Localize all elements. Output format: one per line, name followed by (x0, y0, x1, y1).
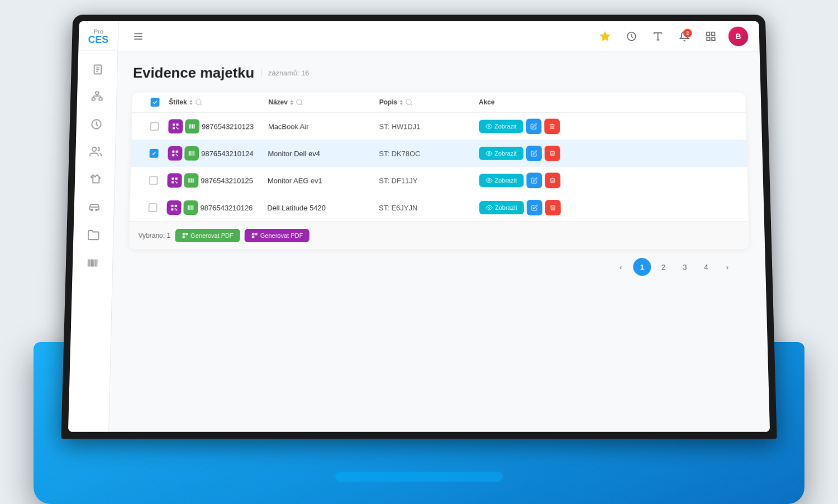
sort-down-icon3 (399, 103, 403, 105)
pagination-page-1-button[interactable]: 1 (633, 258, 651, 276)
history-button[interactable] (622, 27, 640, 45)
typography-button[interactable] (649, 27, 667, 45)
sort-up-icon (189, 100, 193, 102)
hamburger-button[interactable] (129, 27, 147, 45)
pagination-page-4-button[interactable]: 4 (697, 258, 715, 276)
svg-line-38 (411, 104, 412, 105)
users-icon (89, 146, 102, 158)
user-avatar[interactable]: B (728, 26, 748, 46)
row4-edit-button[interactable] (526, 200, 542, 215)
row2-view-button[interactable]: Zobrazit (479, 147, 523, 160)
row4-popis: ST: E6JYJN (379, 204, 479, 212)
row2-tag-purple (168, 146, 182, 161)
filter-popis-icon[interactable] (405, 98, 413, 106)
row4-delete-button[interactable] (545, 200, 560, 215)
row3-checkbox-col (140, 176, 168, 185)
pagination-prev-button[interactable]: ‹ (612, 258, 630, 276)
svg-rect-73 (176, 178, 177, 179)
svg-rect-61 (177, 155, 178, 156)
star-icon (599, 31, 611, 41)
row1-view-button[interactable]: Zobrazit (479, 120, 523, 133)
clock-icon (90, 118, 102, 131)
sort-up-icon3 (399, 100, 403, 102)
row1-popis: ST: HW1DJ1 (379, 122, 479, 131)
filter-nazev-icon[interactable] (296, 98, 303, 106)
barcode-small-icon4 (187, 204, 194, 212)
svg-rect-74 (172, 182, 173, 183)
svg-point-98 (488, 207, 490, 209)
sidebar-item-org-chart[interactable] (84, 84, 110, 109)
pagination-page-2-button[interactable]: 2 (654, 258, 673, 276)
svg-rect-45 (176, 127, 177, 128)
header-nazev[interactable]: Název (268, 98, 379, 106)
svg-rect-57 (173, 151, 174, 152)
row4-nazev: Dell Latitude 5420 (267, 204, 379, 212)
header-akce-label: Akce (479, 98, 494, 106)
header-popis[interactable]: Popis (379, 98, 479, 106)
svg-rect-5 (92, 98, 95, 100)
select-all-checkbox[interactable] (150, 98, 159, 107)
svg-rect-88 (175, 205, 177, 207)
row1-checkbox-col (141, 122, 169, 131)
svg-rect-90 (175, 208, 176, 209)
qr-icon3 (170, 176, 178, 184)
row3-view-button[interactable]: Zobrazit (479, 174, 524, 187)
row2-edit-button[interactable] (526, 146, 542, 161)
row2-tags: 9876543210124 (168, 146, 268, 161)
svg-rect-102 (183, 234, 184, 235)
notifications-button[interactable]: 2 (675, 27, 693, 45)
sidebar-item-folder[interactable] (80, 222, 106, 248)
sort-nazev (290, 100, 293, 105)
sidebar-item-assets[interactable] (81, 194, 107, 220)
grid-button[interactable] (702, 27, 720, 45)
svg-point-13 (91, 209, 93, 211)
row2-popis: ST: DK78OC (379, 149, 479, 157)
row3-checkbox[interactable] (149, 176, 158, 185)
table-row: 9876543210126 Dell Latitude 5420 ST: E6J… (130, 194, 749, 222)
svg-line-36 (301, 104, 302, 105)
generate-pdf-green-label: Generovat PDF (191, 232, 234, 239)
sidebar-item-documents[interactable] (84, 57, 111, 82)
sidebar-item-users[interactable] (82, 139, 108, 164)
filter-stitek-icon[interactable] (194, 98, 202, 106)
row3-delete-button[interactable] (545, 172, 560, 188)
svg-rect-4 (96, 92, 99, 94)
logo-area: Pro CES (78, 21, 118, 50)
row2-checkbox[interactable] (149, 149, 158, 158)
row2-checkbox-col (140, 149, 168, 158)
sidebar-item-clothing[interactable] (82, 167, 108, 193)
sidebar-item-clock[interactable] (83, 112, 109, 137)
laptop-wrapper: Pro CES (0, 0, 838, 504)
generate-pdf-purple-label: Generovat PDF (260, 232, 303, 239)
eye-icon2 (485, 150, 492, 157)
header-stitek[interactable]: Štítek (169, 98, 269, 106)
sidebar-item-barcode[interactable] (79, 250, 106, 276)
documents-icon (91, 64, 103, 75)
pagination: ‹ 1 2 3 4 › (128, 249, 750, 285)
row1-nazev: MacBook Air (268, 122, 379, 131)
row1-actions: Zobrazit (479, 119, 568, 135)
svg-rect-104 (183, 237, 184, 238)
sort-popis (399, 100, 403, 105)
svg-point-68 (488, 152, 490, 154)
selected-count-label: Vybráno: 1 (138, 232, 170, 239)
svg-point-14 (96, 209, 97, 211)
sort-down-icon2 (290, 103, 293, 105)
row3-tag-green (184, 173, 198, 188)
row3-edit-button[interactable] (526, 172, 542, 188)
row1-checkbox[interactable] (150, 122, 159, 131)
pagination-page-3-button[interactable]: 3 (675, 258, 694, 276)
generate-pdf-purple-button[interactable]: Generovat PDF (245, 229, 310, 242)
header-right: 2 B (596, 26, 749, 46)
favorites-button[interactable] (596, 27, 614, 45)
sort-up-icon2 (290, 100, 293, 102)
row1-delete-button[interactable] (544, 119, 560, 135)
row1-edit-button[interactable] (526, 119, 541, 135)
row2-barcode: 9876543210124 (201, 149, 254, 157)
generate-pdf-green-button[interactable]: Generovat PDF (175, 229, 240, 242)
row2-delete-button[interactable] (544, 146, 560, 161)
row4-view-button[interactable]: Zobrazit (479, 201, 524, 214)
row1-tag-green (185, 119, 199, 134)
pagination-next-button[interactable]: › (718, 258, 736, 276)
row4-checkbox[interactable] (148, 203, 157, 212)
